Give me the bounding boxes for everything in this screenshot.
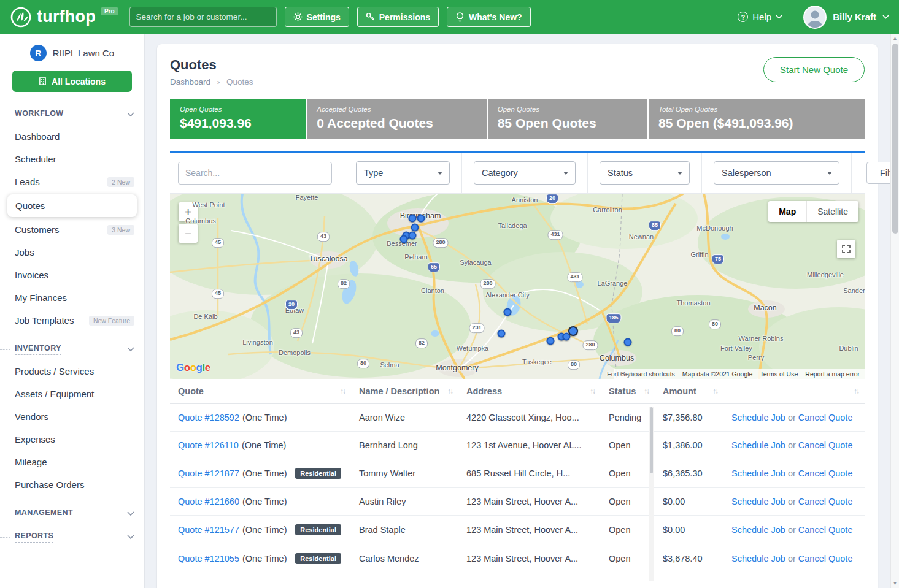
map-quote-marker[interactable] (498, 330, 506, 338)
sidebar-item-products-services[interactable]: Products / Services (0, 360, 144, 383)
map-quote-marker[interactable] (624, 338, 632, 346)
sidebar-item-invoices[interactable]: Invoices (0, 264, 144, 286)
fullscreen-button[interactable] (837, 240, 855, 258)
global-search-input[interactable] (129, 7, 277, 27)
map-quote-marker[interactable] (417, 215, 425, 223)
quote-link[interactable]: Quote #121577 (178, 525, 239, 535)
sort-icon[interactable]: ↑↓ (590, 387, 595, 395)
map-quote-marker[interactable] (409, 232, 417, 240)
customer-name: Austin Riley (351, 488, 458, 515)
scroll-down-arrow[interactable]: ▼ (891, 579, 899, 588)
sidebar-item-purchase-orders[interactable]: Purchase Orders (0, 473, 144, 496)
sidebar-section-reports[interactable]: REPORTS (15, 532, 134, 543)
schedule-job-link[interactable]: Schedule Job (731, 525, 785, 535)
zoom-in-button[interactable]: + (179, 202, 198, 221)
sidebar-item-vendors[interactable]: Vendors (0, 405, 144, 428)
page-scrollbar[interactable]: ▲ ▼ (890, 34, 899, 588)
sidebar-section-inventory[interactable]: INVENTORY (15, 344, 134, 355)
permissions-button[interactable]: Permissions (357, 7, 439, 27)
table-scrollbar[interactable] (649, 407, 654, 581)
google-logo[interactable]: Google (176, 362, 210, 374)
map-quote-marker[interactable] (409, 215, 417, 223)
quote-link[interactable]: Quote #126110 (178, 440, 239, 450)
col-header-status[interactable]: Status↑↓ (601, 379, 655, 403)
keyboard-shortcuts-link[interactable]: Keyboard shortcuts (619, 370, 674, 378)
lightbulb-icon (455, 12, 465, 22)
company-row[interactable]: R RIIPL Lawn Co (0, 45, 144, 61)
quotes-search-input[interactable] (178, 162, 332, 185)
brand-logo[interactable]: turfhop Pro (10, 6, 118, 28)
map-quote-marker[interactable] (547, 337, 555, 345)
breadcrumb-dashboard[interactable]: Dashboard (170, 77, 210, 86)
help-menu[interactable]: ? Help (738, 12, 782, 22)
cancel-quote-link[interactable]: Cancel Quote (798, 440, 853, 450)
sidebar-item-assets-equipment[interactable]: Assets / Equipment (0, 383, 144, 405)
col-header-quote[interactable]: Quote↑↓ (170, 379, 351, 403)
schedule-job-link[interactable]: Schedule Job (731, 497, 785, 506)
sort-icon[interactable]: ↑↓ (340, 387, 345, 395)
sort-icon[interactable]: ↑↓ (644, 387, 649, 395)
sidebar-section-management[interactable]: MANAGEMENT (15, 508, 134, 519)
road-shield: 280 (433, 238, 448, 248)
map-quote-marker[interactable] (504, 308, 512, 316)
schedule-job-link[interactable]: Schedule Job (731, 554, 785, 563)
type-select[interactable]: Type (356, 161, 450, 185)
sort-icon[interactable]: ↑↓ (712, 387, 717, 395)
sidebar-item-customers[interactable]: Customers 3 New (0, 218, 144, 241)
schedule-job-link[interactable]: Schedule Job (731, 468, 785, 478)
cancel-quote-link[interactable]: Cancel Quote (798, 497, 853, 506)
quote-link[interactable]: Quote #121877 (178, 468, 239, 478)
schedule-job-link[interactable]: Schedule Job (731, 413, 785, 422)
status-select-value: Status (608, 168, 633, 178)
cancel-quote-link[interactable]: Cancel Quote (798, 525, 853, 535)
user-menu[interactable]: Billy Kraft (803, 6, 889, 29)
stat-value: 0 Accepted Quotes (317, 116, 476, 131)
salesperson-select[interactable]: Salesperson (714, 161, 839, 185)
map-quote-marker[interactable] (411, 224, 419, 232)
settings-button[interactable]: Settings (285, 7, 349, 27)
sidebar-section-workflow[interactable]: WORKFLOW (15, 109, 134, 120)
sidebar-item-scheduler[interactable]: Scheduler (0, 148, 144, 170)
sidebar-item-dashboard[interactable]: Dashboard (0, 125, 144, 148)
sidebar-item-expenses[interactable]: Expenses (0, 428, 144, 451)
table-scrollbar-thumb[interactable] (650, 407, 653, 473)
cancel-quote-link[interactable]: Cancel Quote (798, 468, 853, 478)
category-select[interactable]: Category (474, 161, 576, 185)
quote-link[interactable]: Quote #128592 (178, 413, 239, 422)
sort-icon[interactable]: ↑↓ (854, 387, 858, 395)
schedule-job-link[interactable]: Schedule Job (731, 440, 785, 450)
zoom-out-button[interactable]: − (179, 224, 198, 243)
sidebar-item-my-finances[interactable]: My Finances (0, 286, 144, 309)
filters-bar: Type Category Status Salesperson (170, 153, 865, 194)
map-canvas[interactable]: + − Map Satellite Google Keyboard shortc… (170, 194, 865, 379)
quote-link[interactable]: Quote #121660 (178, 497, 239, 506)
sort-icon[interactable]: ↑↓ (447, 387, 452, 395)
nav-item-label: Invoices (15, 270, 48, 280)
cancel-quote-link[interactable]: Cancel Quote (798, 554, 853, 563)
quote-link[interactable]: Quote #121055 (178, 554, 239, 563)
all-locations-button[interactable]: All Locations (12, 71, 132, 92)
sidebar-item-quotes[interactable]: Quotes (7, 194, 137, 217)
page-scrollbar-thumb[interactable] (892, 44, 898, 234)
map-quote-marker[interactable] (400, 235, 408, 243)
section-label: MANAGEMENT (15, 508, 73, 519)
status-select[interactable]: Status (600, 161, 690, 185)
map-type-satellite[interactable]: Satellite (807, 201, 858, 222)
map-quote-marker[interactable] (568, 326, 578, 336)
cancel-quote-link[interactable]: Cancel Quote (798, 413, 853, 422)
report-map-error-link[interactable]: Report a map error (805, 370, 860, 378)
scroll-up-arrow[interactable]: ▲ (891, 34, 899, 43)
start-new-quote-button[interactable]: Start New Quote (763, 57, 865, 82)
sidebar-item-jobs[interactable]: Jobs (0, 241, 144, 264)
col-header-address[interactable]: Address↑↓ (458, 379, 601, 403)
col-header-amount[interactable]: Amount↑↓ (655, 379, 723, 403)
sidebar-item-job-templates[interactable]: Job Templates New Feature (0, 309, 144, 332)
chevron-down-icon (127, 112, 134, 117)
filter-button[interactable]: Filter (866, 162, 890, 184)
terms-of-use-link[interactable]: Terms of Use (760, 370, 798, 378)
whats-new-button[interactable]: What's New? (447, 7, 531, 27)
sidebar-item-mileage[interactable]: Mileage (0, 451, 144, 473)
map-type-map[interactable]: Map (768, 201, 807, 222)
sidebar-item-leads[interactable]: Leads 2 New (0, 170, 144, 193)
col-header-name[interactable]: Name / Description↑↓ (351, 379, 458, 403)
